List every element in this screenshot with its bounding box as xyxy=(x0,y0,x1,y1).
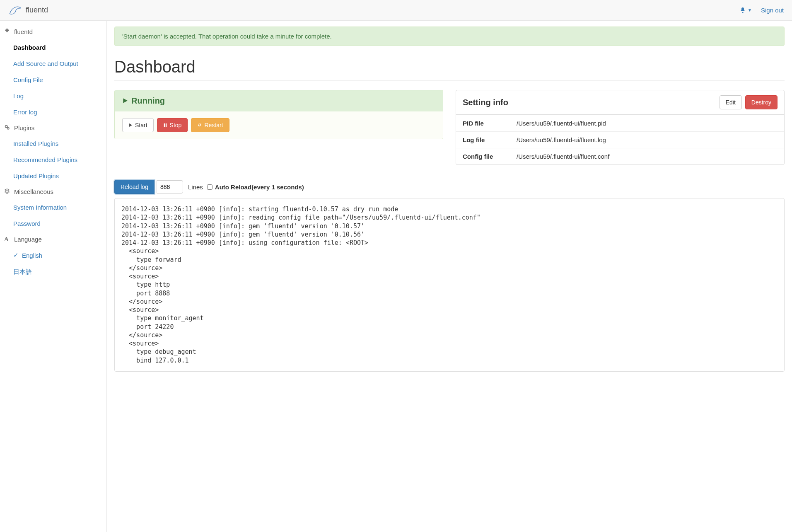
status-panel: Running Start Stop Restart xyxy=(114,90,443,139)
setting-panel: Setting info Edit Destroy PID file /User… xyxy=(456,90,785,165)
sidebar-item-system-information[interactable]: System Information xyxy=(0,199,106,215)
sidebar-section-fluentd: fluentd xyxy=(0,24,106,39)
setting-value: /Users/uu59/.fluentd-ui/fluent.log xyxy=(510,132,784,148)
auto-reload-checkbox[interactable] xyxy=(207,184,212,190)
svg-point-0 xyxy=(19,7,19,8)
brand-text: fluentd xyxy=(26,6,48,15)
sidebar-section-language: A Language xyxy=(0,232,106,247)
sidebar-item-add-source-output[interactable]: Add Source and Output xyxy=(0,56,106,72)
svg-point-1 xyxy=(5,126,7,128)
sidebar-item-password[interactable]: Password xyxy=(0,215,106,232)
section-label: Language xyxy=(14,236,42,243)
font-icon: A xyxy=(4,236,11,243)
page-title: Dashboard xyxy=(114,58,785,76)
sidebar-item-log[interactable]: Log xyxy=(0,88,106,104)
sidebar-item-dashboard[interactable]: Dashboard xyxy=(0,39,106,56)
svg-point-2 xyxy=(7,127,9,129)
restart-button[interactable]: Restart xyxy=(191,118,229,132)
sidebar-item-recommended-plugins[interactable]: Recommended Plugins xyxy=(0,152,106,168)
start-button[interactable]: Start xyxy=(122,118,154,132)
sidebar: fluentd Dashboard Add Source and Output … xyxy=(0,21,107,532)
signout-link[interactable]: Sign out xyxy=(761,7,784,14)
log-output[interactable]: 2014-12-03 13:26:11 +0900 [info]: starti… xyxy=(114,198,785,372)
layers-icon xyxy=(4,188,11,195)
section-label: fluentd xyxy=(14,28,33,35)
edit-button[interactable]: Edit xyxy=(720,95,742,109)
reload-log-button[interactable]: Reload log xyxy=(114,180,155,194)
setting-header: Setting info Edit Destroy xyxy=(456,90,784,115)
setting-value: /Users/uu59/.fluentd-ui/fluent.pid xyxy=(510,115,784,132)
sidebar-section-plugins: Plugins xyxy=(0,120,106,135)
main-content: 'Start daemon' is accepted. That operati… xyxy=(107,21,792,532)
table-row: Log file /Users/uu59/.fluentd-ui/fluent.… xyxy=(456,132,784,148)
section-label: Plugins xyxy=(14,124,34,131)
check-icon: ✓ xyxy=(13,251,19,259)
sidebar-item-config-file[interactable]: Config File xyxy=(0,72,106,88)
alert-text: 'Start daemon' is accepted. That operati… xyxy=(122,33,332,40)
sidebar-item-error-log[interactable]: Error log xyxy=(0,104,106,120)
refresh-icon xyxy=(197,122,202,128)
sidebar-item-updated-plugins[interactable]: Updated Plugins xyxy=(0,168,106,184)
topbar-right: ▼ Sign out xyxy=(739,7,784,14)
notifications-dropdown[interactable]: ▼ xyxy=(739,7,752,14)
setting-key: Config file xyxy=(456,148,510,165)
play-icon xyxy=(122,96,128,106)
log-controls: Reload log Lines Auto Reload(every 1 sec… xyxy=(114,180,785,194)
sidebar-item-installed-plugins[interactable]: Installed Plugins xyxy=(0,135,106,152)
auto-reload-label[interactable]: Auto Reload(every 1 seconds) xyxy=(207,184,304,191)
status-body: Start Stop Restart xyxy=(115,111,443,139)
table-row: PID file /Users/uu59/.fluentd-ui/fluent.… xyxy=(456,115,784,132)
bell-icon xyxy=(739,7,746,14)
caret-down-icon: ▼ xyxy=(748,8,752,12)
fluentd-logo-icon xyxy=(8,3,22,17)
sidebar-item-japanese[interactable]: 日本語 xyxy=(0,264,106,281)
svg-rect-3 xyxy=(164,123,165,127)
destroy-button[interactable]: Destroy xyxy=(745,95,778,109)
puzzle-icon xyxy=(4,28,11,35)
topbar: fluentd ▼ Sign out xyxy=(0,0,792,21)
status-label: Running xyxy=(131,96,165,106)
setting-table: PID file /Users/uu59/.fluentd-ui/fluent.… xyxy=(456,115,784,164)
alert-success: 'Start daemon' is accepted. That operati… xyxy=(114,27,785,46)
play-icon xyxy=(128,122,133,128)
setting-key: Log file xyxy=(456,132,510,148)
stop-button[interactable]: Stop xyxy=(157,118,188,132)
lines-label: Lines xyxy=(188,184,203,191)
sidebar-section-misc: Miscellaneous xyxy=(0,184,106,199)
section-label: Miscellaneous xyxy=(14,188,53,195)
sidebar-item-english[interactable]: ✓ English xyxy=(0,247,106,264)
divider xyxy=(114,80,785,81)
pause-icon xyxy=(163,122,167,128)
brand-wrap[interactable]: fluentd xyxy=(8,3,48,17)
setting-title: Setting info xyxy=(463,98,508,107)
svg-rect-4 xyxy=(165,123,167,127)
lines-input[interactable] xyxy=(157,180,183,193)
status-header: Running xyxy=(115,90,443,111)
gears-icon xyxy=(4,124,11,131)
setting-value: /Users/uu59/.fluentd-ui/fluent.conf xyxy=(510,148,784,165)
table-row: Config file /Users/uu59/.fluentd-ui/flue… xyxy=(456,148,784,165)
setting-key: PID file xyxy=(456,115,510,132)
